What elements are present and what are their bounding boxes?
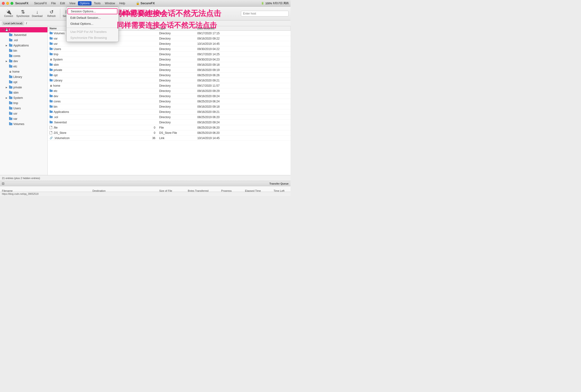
file-row[interactable]: private Directory 09/16/2020 09:19	[48, 67, 290, 73]
menu-options[interactable]: Options	[78, 1, 92, 5]
file-row[interactable]: Library Directory 09/16/2020 09:21	[48, 78, 290, 83]
download-button[interactable]: ↓ Download	[30, 8, 44, 19]
maximize-button[interactable]	[10, 2, 13, 5]
row-folder-icon: 🖥	[50, 84, 52, 87]
sidebar-label-library: Library	[13, 75, 22, 79]
sidebar-item-etc[interactable]: etc	[0, 64, 48, 69]
sidebar-item-volumes[interactable]: Volumes	[0, 121, 48, 127]
sidebar-item-bin[interactable]: bin	[0, 48, 48, 53]
menu-securefx[interactable]: SecureFX	[32, 1, 48, 5]
root-expand-arrow: ▼	[2, 28, 4, 31]
sidebar-item-tmp[interactable]: tmp	[0, 100, 48, 106]
system-folder-icon	[9, 97, 12, 99]
current-path: /	[26, 22, 27, 25]
menu-window[interactable]: Window	[103, 1, 117, 5]
row-folder-icon	[50, 121, 53, 123]
sidebar-item-var[interactable]: var	[0, 116, 48, 121]
sidebar-item-sbin[interactable]: sbin	[0, 90, 48, 95]
dropdown-global-options[interactable]: Global Options...	[66, 21, 118, 27]
sidebar-label-etc: etc	[13, 65, 17, 68]
options-dropdown-menu: Session Options... Edit Default Session.…	[66, 7, 119, 42]
file-row[interactable]: bin Directory 09/16/2020 09:18	[48, 104, 290, 109]
traffic-lights	[2, 2, 13, 5]
dropdown-edit-default-session[interactable]: Edit Default Session...	[66, 15, 118, 21]
chinese-annotation: 同样需要连接会话不然无法点击	[114, 8, 221, 19]
file-row[interactable]: usr Directory 10/14/2019 14:45	[48, 41, 290, 46]
volumes-folder-icon	[9, 123, 12, 125]
sidebar-item-dev[interactable]: ▶ dev	[0, 58, 48, 64]
col-header-date[interactable]: Date Modified	[196, 26, 290, 30]
sidebar-item-home[interactable]: 🖥 home	[0, 69, 48, 74]
connect-button[interactable]: 🔌 Connect	[2, 8, 15, 19]
sidebar-item-usr[interactable]: usr	[0, 111, 48, 116]
sidebar-item-private[interactable]: ▶ private	[0, 85, 48, 90]
sidebar-item-vol[interactable]: .vol	[0, 38, 48, 43]
file-row[interactable]: 🔗.VolumeIcon 36 Link 10/14/2019 14:45	[48, 135, 290, 141]
row-folder-icon	[50, 105, 53, 108]
minimize-button[interactable]	[6, 2, 9, 5]
close-button[interactable]	[2, 2, 5, 5]
file-row[interactable]: .vol Directory 08/25/2019 06:20	[48, 114, 290, 120]
sidebar-item-library[interactable]: Library	[0, 74, 48, 79]
sidebar-label-opt: opt	[13, 80, 18, 84]
sidebar: ▼ 💾 / .fseventsd .vol ▶ Applications bin	[0, 26, 48, 175]
col-header-size[interactable]: Size	[138, 26, 157, 30]
cores-folder-icon	[9, 55, 12, 57]
menu-tools[interactable]: Tools	[92, 1, 102, 5]
menu-help[interactable]: Help	[118, 1, 127, 5]
file-row[interactable]: .fseventsd Directory 09/16/2020 09:24	[48, 120, 290, 125]
row-folder-icon	[50, 69, 53, 71]
toolbar: 🔌 Connect ⇅ Synchronize ↓ Download ↺ Ref…	[0, 7, 290, 20]
file-row[interactable]: opt Directory 08/25/2019 06:26	[48, 73, 290, 78]
sidebar-root[interactable]: ▼ 💾 /	[0, 27, 48, 32]
file-row[interactable]: Users Directory 09/30/2019 04:22	[48, 46, 290, 52]
col-header-type[interactable]: Type	[157, 26, 196, 30]
synchronize-icon: ⇅	[21, 9, 25, 14]
sidebar-item-applications[interactable]: ▶ Applications	[0, 43, 48, 48]
file-row[interactable]: dev Directory 09/16/2020 09:24	[48, 94, 290, 99]
file-row[interactable]: .file 0 File 08/25/2019 06:20	[48, 125, 290, 130]
sidebar-item-fseventsd[interactable]: .fseventsd	[0, 32, 48, 38]
sidebar-label-private: private	[13, 86, 22, 89]
file-row[interactable]: sbin Directory 09/16/2020 09:18	[48, 62, 290, 67]
menu-file[interactable]: File	[49, 1, 58, 5]
url-bar: https://blog.csdn.net/qq_39052518	[0, 192, 290, 196]
status-text: 21 entries (plus 2 hidden entries)	[2, 177, 40, 180]
sidebar-item-cores[interactable]: cores	[0, 53, 48, 58]
transfer-close-button[interactable]: ×	[2, 182, 4, 185]
menu-view[interactable]: View	[68, 1, 78, 5]
enter-host-input[interactable]	[241, 11, 288, 16]
menu-bar: SecureFX File Edit View Options Tools Wi…	[32, 1, 127, 5]
refresh-label: Refresh	[47, 15, 56, 17]
sidebar-item-opt[interactable]: opt	[0, 79, 48, 85]
vol-folder-icon	[9, 39, 12, 41]
sbin-folder-icon	[9, 91, 12, 94]
file-row[interactable]: .DS_Store 0 DS_Store File 08/25/2019 06:…	[48, 130, 290, 135]
refresh-button[interactable]: ↺ Refresh	[45, 8, 58, 19]
global-options-annotation: Global Options	[114, 9, 166, 17]
sidebar-label-applications: Applications	[13, 44, 29, 47]
row-folder-icon	[50, 48, 53, 50]
sidebar-item-users[interactable]: Users	[0, 106, 48, 111]
dropdown-session-options[interactable]: Session Options...	[68, 8, 118, 14]
file-row[interactable]: 🖥System Directory 09/30/2019 04:23	[48, 57, 290, 62]
row-folder-icon	[50, 79, 53, 81]
file-row[interactable]: etc Directory 09/16/2020 09:29	[48, 88, 290, 94]
synchronize-button[interactable]: ⇅ Synchronize	[16, 8, 30, 19]
file-row[interactable]: tmp Directory 09/17/2020 14:25	[48, 52, 290, 57]
sidebar-label-usr: usr	[13, 112, 18, 115]
menu-edit[interactable]: Edit	[58, 1, 67, 5]
private-folder-icon	[9, 86, 12, 89]
row-folder-icon	[50, 37, 53, 39]
file-row[interactable]: Applications Directory 09/16/2020 09:21	[48, 109, 290, 114]
file-row[interactable]: 🖥home Directory 09/17/2020 11:57	[48, 83, 290, 88]
connect-icon: 🔌	[6, 9, 12, 14]
transfer-header: × Transfer Queue	[0, 181, 290, 186]
sidebar-item-system[interactable]: ▶ System	[0, 95, 48, 100]
file-row[interactable]: cores Directory 08/25/2019 06:24	[48, 99, 290, 104]
library-folder-icon	[9, 76, 12, 78]
download-icon: ↓	[36, 9, 38, 14]
dropdown-synchronize-browsing: Synchronize File Browsing	[66, 35, 118, 41]
row-folder-icon	[50, 43, 53, 45]
synchronize-label: Synchronize	[16, 15, 29, 17]
